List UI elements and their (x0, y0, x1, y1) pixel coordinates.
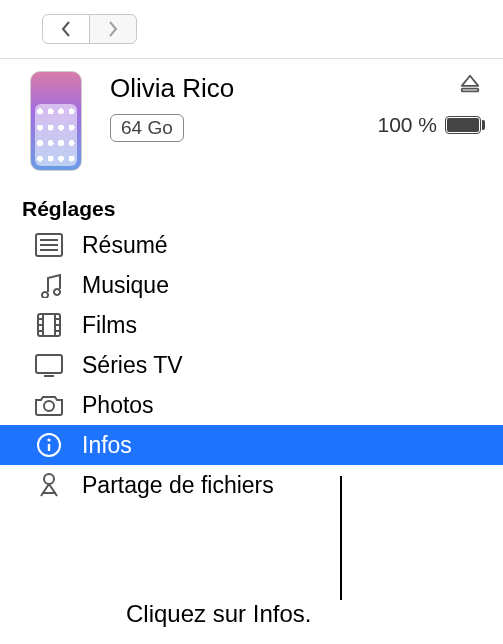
battery-icon (445, 116, 481, 134)
movies-icon (32, 311, 66, 339)
settings-list: Résumé Musique Films Séries TV Photos (0, 225, 503, 505)
capacity-badge: 64 Go (110, 114, 184, 142)
svg-point-16 (44, 401, 54, 411)
sidebar-item-label: Photos (82, 392, 154, 419)
callout-line (340, 476, 342, 600)
svg-point-18 (47, 438, 50, 441)
sidebar-item-tv[interactable]: Séries TV (0, 345, 503, 385)
sidebar-item-label: Films (82, 312, 137, 339)
sidebar-item-label: Résumé (82, 232, 168, 259)
sidebar-item-label: Musique (82, 272, 169, 299)
svg-rect-14 (36, 355, 62, 373)
sidebar-item-movies[interactable]: Films (0, 305, 503, 345)
sidebar-item-file-sharing[interactable]: Partage de fichiers (0, 465, 503, 505)
sidebar-item-label: Infos (82, 432, 132, 459)
device-info: Olivia Rico 64 Go (110, 71, 377, 142)
svg-point-20 (44, 474, 54, 484)
toolbar (0, 0, 503, 59)
sidebar-item-label: Partage de fichiers (82, 472, 274, 499)
battery-status: 100 % (377, 113, 481, 137)
settings-title: Réglages (0, 197, 503, 221)
device-name: Olivia Rico (110, 73, 377, 104)
sidebar-item-photos[interactable]: Photos (0, 385, 503, 425)
chevron-right-icon (107, 21, 119, 37)
nav-segment (42, 14, 137, 44)
music-icon (32, 271, 66, 299)
sidebar-item-label: Séries TV (82, 352, 183, 379)
device-header: Olivia Rico 64 Go 100 % (0, 59, 503, 179)
device-thumbnail (30, 71, 82, 171)
settings-section: Réglages Résumé Musique Films Séries TV (0, 197, 503, 505)
sidebar-item-music[interactable]: Musique (0, 265, 503, 305)
callout-text: Cliquez sur Infos. (126, 600, 311, 628)
file-sharing-icon (32, 471, 66, 499)
battery-percent: 100 % (377, 113, 437, 137)
chevron-left-icon (60, 21, 72, 37)
photos-icon (32, 391, 66, 419)
eject-icon[interactable] (459, 73, 481, 95)
sidebar-item-summary[interactable]: Résumé (0, 225, 503, 265)
svg-rect-0 (462, 89, 479, 92)
nav-back-button[interactable] (42, 14, 90, 44)
summary-icon (32, 231, 66, 259)
device-right-column: 100 % (377, 71, 481, 137)
sidebar-item-info[interactable]: Infos (0, 425, 503, 465)
nav-forward-button[interactable] (89, 14, 137, 44)
tv-icon (32, 351, 66, 379)
info-icon (32, 431, 66, 459)
